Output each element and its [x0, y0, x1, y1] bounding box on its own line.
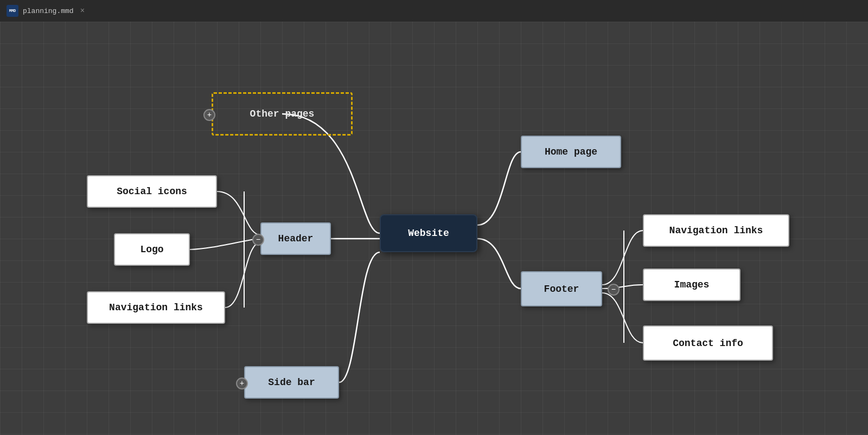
- nav-links-header-label: Navigation links: [109, 302, 203, 313]
- diagram-canvas: Other pages Home page Website Header Foo…: [0, 22, 868, 435]
- header-node[interactable]: Header: [260, 222, 331, 255]
- images-node[interactable]: Images: [643, 268, 741, 301]
- logo-node[interactable]: Logo: [114, 233, 190, 266]
- footer-node[interactable]: Footer: [521, 271, 602, 306]
- other-pages-node[interactable]: Other pages: [212, 92, 353, 136]
- website-node[interactable]: Website: [380, 214, 477, 252]
- contact-info-label: Contact info: [673, 338, 743, 349]
- home-page-node[interactable]: Home page: [521, 136, 621, 168]
- images-label: Images: [674, 279, 710, 290]
- home-page-label: Home page: [545, 146, 597, 157]
- other-pages-label: Other pages: [250, 108, 315, 119]
- nav-links-header-node[interactable]: Navigation links: [87, 291, 225, 324]
- file-icon: MMD: [7, 5, 18, 17]
- titlebar: MMD planning.mmd ×: [0, 0, 868, 22]
- expand-other-pages-button[interactable]: +: [203, 109, 215, 121]
- nav-links-footer-label: Navigation links: [669, 225, 763, 236]
- header-label: Header: [278, 233, 314, 244]
- nav-links-footer-node[interactable]: Navigation links: [643, 214, 789, 247]
- logo-label: Logo: [140, 244, 163, 255]
- collapse-footer-button[interactable]: −: [608, 284, 620, 296]
- website-label: Website: [408, 228, 449, 239]
- sidebar-node[interactable]: Side bar: [244, 366, 339, 399]
- contact-info-node[interactable]: Contact info: [643, 325, 773, 361]
- footer-label: Footer: [544, 284, 579, 295]
- sidebar-label: Side bar: [268, 377, 315, 388]
- close-tab-button[interactable]: ×: [80, 7, 85, 15]
- social-icons-label: Social icons: [117, 186, 187, 197]
- collapse-header-button[interactable]: −: [252, 234, 264, 246]
- tab-title[interactable]: planning.mmd: [23, 7, 74, 15]
- expand-sidebar-button[interactable]: +: [236, 378, 248, 389]
- social-icons-node[interactable]: Social icons: [87, 175, 217, 208]
